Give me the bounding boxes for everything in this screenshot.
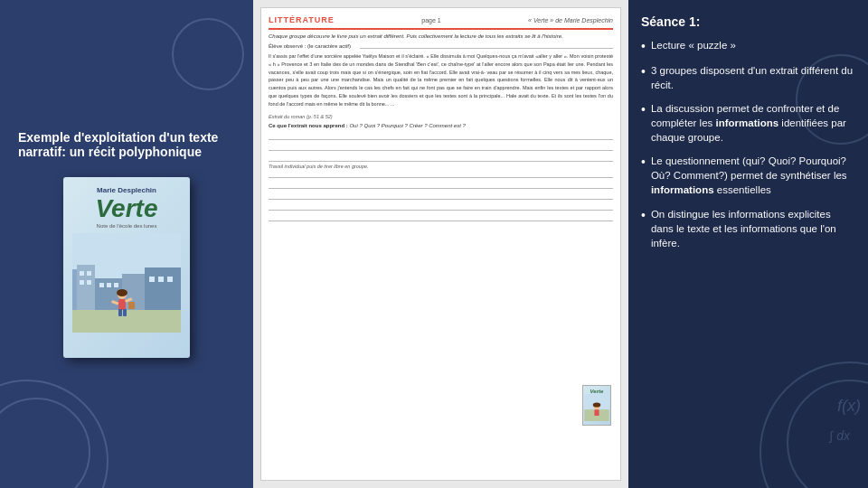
svg-rect-12 bbox=[114, 283, 118, 287]
ws-body-text: Il s'assis par l'effet d'une sorcière ap… bbox=[269, 52, 613, 108]
left-panel-title: Exemple d'exploitation d'un texte narrat… bbox=[18, 130, 235, 159]
svg-rect-20 bbox=[118, 309, 122, 316]
middle-panel: LITTÉRATURE page 1 « Verte » de Marie De… bbox=[253, 0, 628, 488]
ws-answer-line-5 bbox=[269, 180, 613, 189]
bullet-text-5: On distingue les informations explicites… bbox=[651, 207, 855, 250]
bullet-dot-3: • bbox=[641, 102, 646, 117]
left-panel: Exemple d'exploitation d'un texte narrat… bbox=[0, 0, 253, 488]
book-cover: Marie Desplechin Verte Note de l'école d… bbox=[63, 177, 190, 358]
book-subtitle: Note de l'école des lunes bbox=[97, 223, 157, 229]
book-author: Marie Desplechin bbox=[97, 186, 156, 194]
svg-rect-19 bbox=[118, 299, 126, 310]
bullet-dot-2: • bbox=[641, 64, 646, 80]
svg-rect-11 bbox=[107, 283, 111, 287]
svg-rect-7 bbox=[87, 271, 91, 276]
book-title: Verte bbox=[95, 196, 157, 221]
svg-rect-13 bbox=[149, 277, 155, 282]
right-deco-circle-2 bbox=[787, 380, 868, 488]
svg-rect-9 bbox=[87, 280, 91, 285]
bullet-item-2: • 3 groupes disposent d'un extrait diffé… bbox=[641, 63, 855, 92]
svg-rect-24 bbox=[128, 302, 135, 309]
bullet-text-4: Le questionnement (qui? Quoi? Pourquoi? … bbox=[651, 154, 855, 197]
bullet-dot-1: • bbox=[641, 39, 646, 54]
bullet-dot-5: • bbox=[641, 208, 646, 223]
bullet-text-1: Lecture « puzzle » bbox=[651, 38, 736, 52]
worksheet-header: LITTÉRATURE page 1 « Verte » de Marie De… bbox=[269, 15, 613, 30]
svg-rect-8 bbox=[80, 280, 84, 285]
svg-point-18 bbox=[117, 289, 127, 296]
ws-name-line: Élève observé : (le caractère actif) bbox=[269, 43, 613, 49]
svg-rect-21 bbox=[123, 309, 127, 316]
ws-name-label: Élève observé : (le caractère actif) bbox=[269, 43, 351, 49]
ws-question: Ce que l'extrait nous apprend : Oui ? Qu… bbox=[269, 123, 613, 128]
bullet-item-5: • On distingue les informations explicit… bbox=[641, 207, 855, 250]
svg-rect-29 bbox=[594, 409, 599, 416]
ws-question-options: Oui ? Quoi ? Pourquoi ? Créer ? Comment … bbox=[349, 123, 465, 128]
ws-extract-label: Extrait du roman (p. 51 & 52) bbox=[269, 114, 613, 119]
svg-point-28 bbox=[593, 402, 601, 407]
bullet-item-4: • Le questionnement (qui? Quoi? Pourquoi… bbox=[641, 154, 855, 197]
math-deco-1: f(x) bbox=[837, 397, 861, 416]
title-line2: narratif: un récit polyphonique bbox=[18, 145, 202, 159]
worksheet: LITTÉRATURE page 1 « Verte » de Marie De… bbox=[260, 7, 621, 481]
bullet-item-1: • Lecture « puzzle » bbox=[641, 38, 855, 54]
book-illustration bbox=[72, 233, 181, 333]
ws-thumb-svg bbox=[584, 394, 609, 421]
svg-rect-10 bbox=[99, 283, 104, 287]
svg-rect-15 bbox=[167, 277, 173, 282]
ws-answer-line-6 bbox=[269, 191, 613, 200]
bullet-text-3: La discussion permet de confronter et de… bbox=[651, 101, 855, 145]
ws-answer-line-2 bbox=[269, 142, 613, 151]
bullet-text-2: 3 groupes disposent d'un extrait différe… bbox=[651, 63, 855, 92]
right-deco-circle-1 bbox=[760, 361, 868, 488]
ws-answer-line-3 bbox=[269, 153, 613, 162]
ws-answer-line-1 bbox=[269, 131, 613, 140]
bullet-item-3: • La discussion permet de confronter et … bbox=[641, 101, 855, 145]
ws-page: page 1 bbox=[421, 17, 440, 23]
deco-circle-3 bbox=[172, 18, 244, 90]
ws-answer-lines bbox=[269, 131, 613, 162]
ws-question-label: Ce que l'extrait nous apprend : bbox=[269, 123, 348, 128]
book-illustration-svg bbox=[72, 233, 181, 333]
ws-subject: LITTÉRATURE bbox=[269, 15, 335, 24]
right-panel: f(x) ∫ dx Séance 1: • Lecture « puzzle »… bbox=[628, 0, 868, 488]
title-line1: Exemple d'exploitation d'un texte bbox=[18, 130, 218, 145]
svg-rect-6 bbox=[80, 271, 84, 276]
ws-name-field bbox=[360, 43, 613, 49]
ws-answer-line-7 bbox=[269, 202, 613, 211]
ws-book-ref: « Verte » de Marie Desplechin bbox=[528, 17, 613, 23]
ws-answer-line-8 bbox=[269, 212, 613, 221]
ws-instruction: Chaque groupe découvre le livre puis un … bbox=[269, 33, 613, 39]
ws-answer-line-4 bbox=[269, 169, 613, 178]
math-deco-2: ∫ dx bbox=[829, 428, 850, 443]
svg-rect-14 bbox=[158, 277, 164, 282]
ws-thumbnail: Verte bbox=[582, 385, 611, 426]
bullet-dot-4: • bbox=[641, 155, 646, 170]
ws-answer-lines-2 bbox=[269, 169, 613, 221]
seance-title: Séance 1: bbox=[641, 14, 855, 29]
